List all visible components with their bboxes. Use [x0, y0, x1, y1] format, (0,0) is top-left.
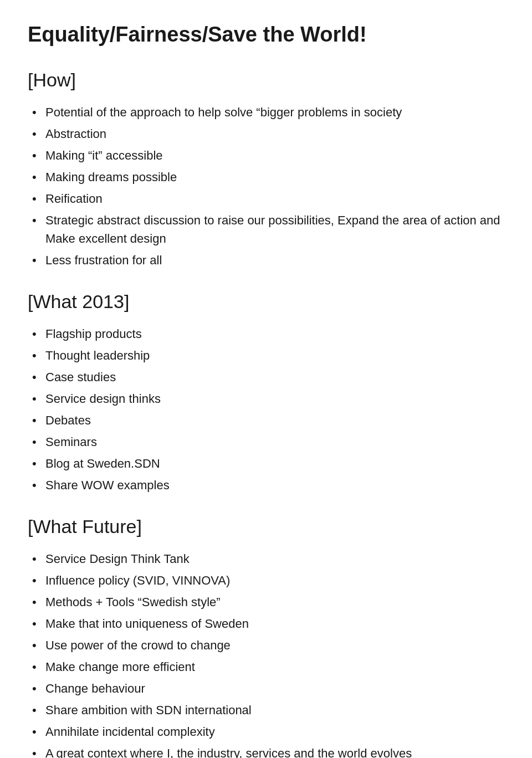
section-heading-1: [What 2013] [28, 289, 504, 314]
section-heading-2: [What Future] [28, 514, 504, 539]
list-item: Share WOW examples [28, 476, 504, 494]
list-item: Service design thinks [28, 390, 504, 408]
list-item: Use power of the crowd to change [28, 636, 504, 654]
list-item: Share ambition with SDN international [28, 701, 504, 719]
section-list-1: Flagship productsThought leadershipCase … [28, 325, 504, 494]
list-item: Seminars [28, 433, 504, 451]
list-item: Debates [28, 411, 504, 429]
section-2: [What Future]Service Design Think TankIn… [28, 514, 504, 758]
list-item: Potential of the approach to help solve … [28, 103, 504, 121]
section-0: [How]Potential of the approach to help s… [28, 68, 504, 269]
list-item: Make that into uniqueness of Sweden [28, 614, 504, 633]
list-item: Making “it” accessible [28, 146, 504, 165]
list-item: Annihilate incidental complexity [28, 723, 504, 741]
list-item: Change behaviour [28, 679, 504, 698]
list-item: Methods + Tools “Swedish style” [28, 593, 504, 611]
list-item: Reification [28, 190, 504, 208]
list-item: Strategic abstract discussion to raise o… [28, 211, 504, 248]
section-list-2: Service Design Think TankInfluence polic… [28, 550, 504, 758]
page-title: Equality/Fairness/Save the World! [28, 22, 504, 48]
list-item: Flagship products [28, 325, 504, 343]
section-list-0: Potential of the approach to help solve … [28, 103, 504, 269]
list-item: Blog at Sweden.SDN [28, 454, 504, 473]
list-item: Service Design Think Tank [28, 550, 504, 568]
list-item: Abstraction [28, 125, 504, 143]
list-item: A great context where I, the industry, s… [28, 744, 504, 758]
list-item: Making dreams possible [28, 168, 504, 186]
list-item: Make change more efficient [28, 658, 504, 676]
list-item: Less frustration for all [28, 251, 504, 269]
list-item: Case studies [28, 368, 504, 386]
section-1: [What 2013]Flagship productsThought lead… [28, 289, 504, 494]
section-heading-0: [How] [28, 68, 504, 92]
list-item: Thought leadership [28, 346, 504, 365]
list-item: Influence policy (SVID, VINNOVA) [28, 571, 504, 590]
